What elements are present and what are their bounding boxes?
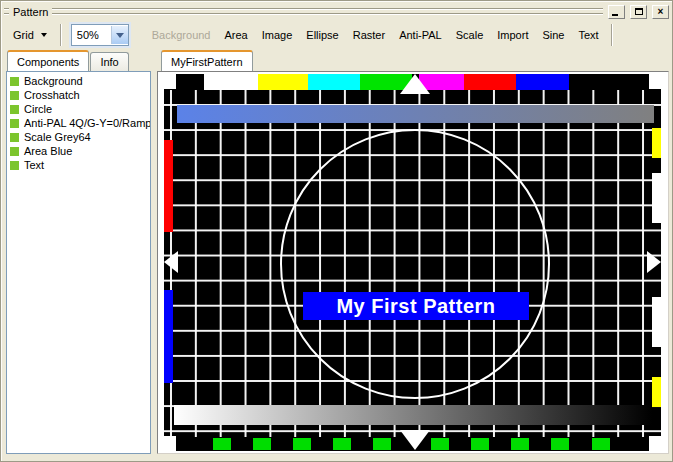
left-arrow-marker-icon [164, 251, 178, 273]
green-square-marker [333, 438, 351, 450]
right-edge-bar [652, 297, 661, 347]
pattern-canvas[interactable]: My First Pattern [164, 74, 661, 451]
pattern-window: Pattern × Grid 50% BackgroundAreaImageEl… [0, 0, 673, 462]
toolbar-menu: BackgroundAreaImageEllipseRasterAnti-PAL… [145, 26, 606, 44]
toolbar-menu-item[interactable]: Raster [346, 26, 392, 44]
main-area: ComponentsInfo Background Crosshatch Cir… [1, 49, 672, 461]
component-color-icon [10, 161, 19, 170]
pattern-tabs: MyFirstPattern [161, 50, 254, 71]
maximize-button[interactable] [630, 5, 647, 19]
left-panel-tab[interactable]: Components [7, 50, 89, 71]
toolbar-menu-item[interactable]: Sine [535, 26, 571, 44]
green-square-marker [253, 438, 271, 450]
colorbar-segment [516, 74, 569, 90]
component-color-icon [10, 133, 19, 142]
component-color-icon [10, 91, 19, 100]
component-label: Area Blue [24, 145, 72, 157]
component-list-item[interactable]: Anti-PAL 4Q/G-Y=0/Ramp [7, 116, 150, 130]
colorbar-segment [204, 74, 258, 90]
component-label: Circle [24, 103, 52, 115]
green-square-marker [551, 438, 569, 450]
zoom-combobox[interactable]: 50% [71, 24, 129, 46]
right-edge-bar [652, 128, 661, 158]
toolbar-menu-item[interactable]: Text [571, 26, 605, 44]
pattern-view: My First Pattern [157, 71, 669, 454]
minimize-button[interactable] [608, 5, 625, 19]
component-color-icon [10, 105, 19, 114]
component-color-icon [10, 119, 19, 128]
right-edge-bar [652, 377, 661, 407]
pattern-banner: My First Pattern [303, 292, 529, 320]
green-square-marker [511, 438, 529, 450]
green-square-marker [592, 438, 610, 450]
component-label: Scale Grey64 [24, 131, 91, 143]
zoom-value: 50% [72, 29, 111, 41]
title-bar: Pattern × [1, 1, 672, 20]
bottom-marker-row [164, 437, 661, 451]
green-square-marker [293, 438, 311, 450]
chevron-down-icon [41, 33, 47, 37]
green-square-marker [471, 438, 489, 450]
component-label: Crosshatch [24, 89, 80, 101]
toolbar-menu-item[interactable]: Anti-PAL [392, 26, 449, 44]
component-list-item[interactable]: Background [7, 74, 150, 88]
component-list-item[interactable]: Crosshatch [7, 88, 150, 102]
close-button[interactable]: × [652, 5, 669, 19]
left-panel-tabs: ComponentsInfo [7, 50, 130, 71]
components-list: Background Crosshatch Circle Anti-PAL 4Q… [6, 71, 151, 454]
title-grip-left [4, 8, 9, 15]
toolbar: Grid 50% BackgroundAreaImageEllipseRaste… [1, 20, 672, 50]
toolbar-menu-item[interactable]: Scale [449, 26, 491, 44]
left-edge-bar [164, 290, 173, 383]
component-label: Anti-PAL 4Q/G-Y=0/Ramp [24, 117, 151, 129]
zoom-dropdown-button[interactable] [111, 26, 128, 44]
right-edge-bar [652, 173, 661, 223]
toolbar-menu-item[interactable]: Import [490, 26, 535, 44]
colorbar-segment [258, 74, 308, 90]
toolbar-menu-item[interactable]: Area [218, 26, 255, 44]
green-square-marker [373, 438, 391, 450]
banner-text: My First Pattern [336, 295, 495, 318]
toolbar-separator [60, 24, 62, 46]
component-label: Background [24, 75, 83, 87]
component-list-item[interactable]: Text [7, 158, 150, 172]
component-list-item[interactable]: Scale Grey64 [7, 130, 150, 144]
component-color-icon [10, 147, 19, 156]
corner-marker [164, 74, 176, 89]
circle-overlay [280, 129, 550, 399]
component-list-item[interactable]: Circle [7, 102, 150, 116]
colorbar-segment [308, 74, 360, 90]
toolbar-separator [611, 24, 613, 46]
toolbar-menu-item[interactable]: Ellipse [299, 26, 345, 44]
tab-myfirstpattern[interactable]: MyFirstPattern [161, 50, 253, 71]
left-edge-bar [164, 140, 173, 232]
maximize-icon [635, 8, 643, 15]
component-color-icon [10, 77, 19, 86]
top-center-marker-icon [400, 74, 430, 94]
grid-dropdown-button[interactable]: Grid [5, 26, 55, 44]
green-square-marker [431, 438, 449, 450]
left-panel-tab[interactable]: Info [90, 52, 128, 71]
toolbar-menu-item[interactable]: Background [145, 26, 218, 44]
chevron-down-icon [116, 33, 124, 38]
component-label: Text [24, 159, 44, 171]
close-icon: × [658, 7, 664, 16]
window-title: Pattern [13, 6, 48, 18]
toolbar-menu-item[interactable]: Image [255, 26, 300, 44]
minimize-icon [612, 14, 618, 16]
title-grip[interactable] [52, 8, 603, 15]
colorbar-segment [464, 74, 516, 90]
green-square-marker [213, 438, 231, 450]
antipal-ramp-bar [177, 105, 654, 123]
corner-marker [649, 74, 661, 89]
component-list-item[interactable]: Area Blue [7, 144, 150, 158]
grid-button-label: Grid [13, 29, 34, 41]
grayscale-bar [174, 405, 652, 425]
right-arrow-marker-icon [647, 251, 661, 273]
